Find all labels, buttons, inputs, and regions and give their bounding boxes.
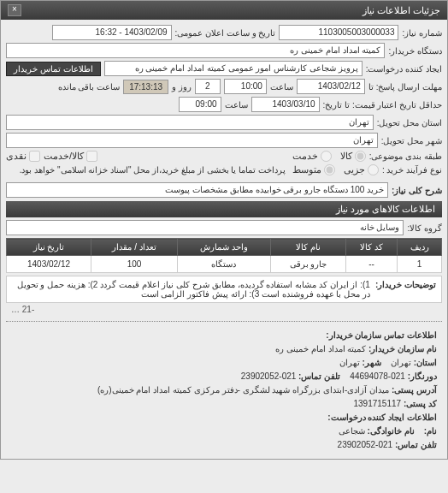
- name-label: نام:: [424, 426, 437, 436]
- deadline-time-label: ساعت: [270, 82, 293, 92]
- req-contact-title: اطلاعات ایجاد کننده درخواست:: [327, 413, 437, 422]
- subject-value: خرید 100 دستگاه جارو برقی خوابیده مطابق …: [6, 182, 388, 198]
- valid-time-label: ساعت: [225, 100, 248, 110]
- creator-value: پرویز شجاعی کارشناس امور عمومی کمیته امد…: [104, 61, 363, 76]
- goods-table: ردیف کد کالا نام کالا واحد شمارش تعداد /…: [6, 238, 442, 273]
- countdown-timer: 17:13:13: [123, 80, 168, 94]
- cat-service-radio[interactable]: خدمت: [292, 151, 332, 162]
- rphone-label: تلفن تماس:: [395, 440, 437, 449]
- rphone-value: 021-23902052: [338, 440, 393, 449]
- city-label: شهر محل تحویل:: [381, 136, 442, 146]
- c-province: تهران: [391, 358, 411, 367]
- table-header-row: ردیف کد کالا نام کالا واحد شمارش تعداد /…: [7, 239, 442, 256]
- phone-value: 021-23902052: [241, 371, 297, 381]
- process-note: پرداخت تماما یا بخشی از مبلغ خرید،از محل…: [20, 165, 286, 175]
- org-contact-title: اطلاعات تماس سازمان خریدار:: [326, 330, 437, 340]
- remaining-label: ساعت باقی مانده: [58, 82, 121, 92]
- phone-label: تلفن تماس:: [298, 371, 340, 381]
- deadline-send-time: 10:00: [224, 79, 267, 94]
- process-label: نوع فرآیند خرید :: [382, 165, 442, 175]
- close-button[interactable]: ×: [8, 4, 21, 16]
- number-label: شماره نیاز:: [402, 28, 442, 38]
- fname-label: نام خانوادگی:: [367, 426, 414, 436]
- datetime-value: 1403/02/09 - 16:32: [52, 25, 172, 40]
- contact-buyer-button[interactable]: اطلاعات تماس خریدار: [6, 62, 101, 76]
- buyer-value: کمیته امداد امام خمینی ره: [6, 43, 385, 58]
- table-row[interactable]: 1 -- جارو برقی دستگاه 100 1403/02/12: [7, 256, 442, 273]
- fax-value: 021-44694078: [350, 371, 405, 381]
- goods-section-header: اطلاعات کالاهای مورد نیاز: [6, 201, 442, 217]
- group-label: گروه کالا:: [407, 223, 442, 233]
- city-value: تهران: [6, 133, 378, 148]
- valid-date: 1403/03/10: [251, 97, 320, 112]
- buyer-note-label: توضیحات خریدار:: [375, 280, 436, 299]
- fname-value: شجاعی: [339, 426, 365, 436]
- proc-small-radio[interactable]: جزیی: [344, 164, 379, 175]
- c-city: تهران: [339, 358, 360, 367]
- buyer-label: دستگاه خریدار:: [388, 46, 442, 56]
- buyer-note-box: توضیحات خریدار: 1): از ایران کد مشابه اس…: [6, 276, 442, 303]
- valid-label: حداقل تاریخ اعتبار قیمت: تا تاریخ:: [323, 100, 442, 110]
- number-value: 1103005003000033: [279, 25, 398, 40]
- subject-label: شرح کلی نیاز:: [392, 186, 442, 195]
- c-province-label: استان:: [414, 358, 437, 367]
- addr-value: میدان آزادی-ابتدای بزرگراه شهید لشگری -د…: [97, 385, 389, 395]
- category-label: طبقه بندی موضوعی:: [369, 151, 442, 161]
- th-name: نام کالا: [270, 239, 345, 256]
- days-label: روز و: [172, 82, 192, 92]
- buyer-note-text: 1): از ایران کد مشابه استفاده گردیده، مط…: [12, 280, 370, 299]
- post-value: 1391715117: [353, 399, 401, 408]
- cell-row: 1: [398, 256, 442, 273]
- divider: [6, 321, 442, 322]
- datetime-label: تاریخ و ساعت اعلان عمومی:: [175, 28, 276, 38]
- th-unit: واحد شمارش: [178, 239, 271, 256]
- cat-goods-radio[interactable]: کالا: [340, 151, 366, 162]
- pager: -21 …: [6, 303, 442, 316]
- content-area: شماره نیاز: 1103005003000033 تاریخ و ساع…: [1, 20, 447, 459]
- dialog-window: جزئیات اطلاعات نیاز × شماره نیاز: 110300…: [0, 0, 448, 460]
- deadline-send-date: 1403/02/12: [297, 79, 365, 94]
- cell-date: 1403/02/12: [7, 256, 91, 273]
- org-name: کمیته امداد امام خمینی ره: [275, 344, 366, 353]
- province-value: تهران: [6, 115, 374, 130]
- th-row: ردیف: [398, 239, 442, 256]
- group-value: وسایل خانه: [6, 220, 404, 235]
- title-bar: جزئیات اطلاعات نیاز ×: [1, 1, 447, 20]
- cell-code: --: [346, 256, 398, 273]
- cash-checkbox[interactable]: نقدی: [6, 151, 40, 162]
- payment-checkbox[interactable]: کالا/خدمت: [44, 151, 97, 162]
- cell-unit: دستگاه: [178, 256, 271, 273]
- process-radio-group: جزیی متوسط: [292, 164, 379, 175]
- contact-section: اطلاعات تماس سازمان خریدار: نام سازمان خ…: [6, 327, 442, 454]
- org-name-label: نام سازمان خریدار:: [368, 344, 437, 353]
- deadline-send-label: مهلت ارسال پاسخ: تا: [368, 82, 442, 92]
- cell-name: جارو برقی: [270, 256, 345, 273]
- window-title: جزئیات اطلاعات نیاز: [363, 5, 440, 16]
- days-value: 2: [195, 79, 221, 94]
- th-date: تاریخ نیاز: [7, 239, 91, 256]
- fax-label: دورنگار:: [408, 371, 437, 381]
- post-label: کد پستی:: [404, 399, 437, 408]
- province-label: استان محل تحویل:: [377, 118, 442, 128]
- proc-medium-radio[interactable]: متوسط: [292, 164, 335, 175]
- addr-label: آدرس پستی:: [392, 385, 437, 395]
- th-qty: تعداد / مقدار: [91, 239, 178, 256]
- th-code: کد کالا: [346, 239, 398, 256]
- creator-label: ایجاد کننده درخواست:: [366, 64, 442, 74]
- cell-qty: 100: [91, 256, 178, 273]
- c-city-label: شهر:: [362, 358, 380, 367]
- category-radio-group: کالا خدمت: [292, 151, 366, 162]
- valid-time: 09:00: [179, 97, 221, 112]
